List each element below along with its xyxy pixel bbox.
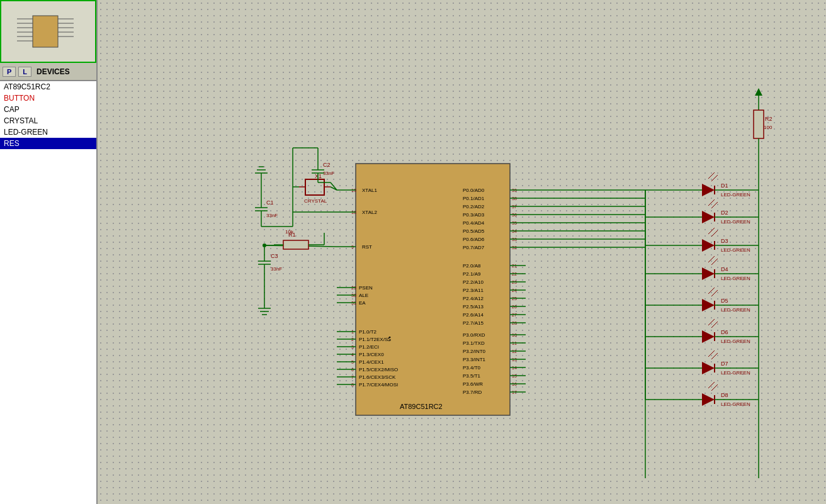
btn-l[interactable]: L [18, 67, 31, 77]
device-item-crystal[interactable]: CRYSTAL [0, 115, 96, 126]
svg-text:D4: D4 [721, 266, 728, 272]
svg-text:P3.5/T1: P3.5/T1 [463, 373, 481, 379]
svg-text:XTAL1: XTAL1 [362, 188, 377, 193]
svg-text:33nF: 33nF [266, 213, 278, 218]
svg-rect-0 [33, 16, 58, 47]
svg-text:XTAL2: XTAL2 [362, 210, 377, 215]
svg-text:P3.3/INT1: P3.3/INT1 [463, 357, 486, 362]
svg-text:C1: C1 [266, 199, 274, 206]
schematic-area[interactable]: AT89C51RC2 P1.0/T2 P1.1/T2EX/SS̄ P1.2/EC… [98, 0, 826, 504]
svg-text:P1.7/CEX4/MOSI: P1.7/CEX4/MOSI [359, 382, 398, 388]
device-item-button[interactable]: BUTTON [0, 92, 96, 104]
svg-text:P0.1/AD1: P0.1/AD1 [463, 196, 485, 201]
svg-text:P1.4/CEX1: P1.4/CEX1 [359, 359, 384, 365]
svg-text:D6: D6 [721, 329, 728, 335]
svg-text:C2: C2 [323, 162, 331, 168]
svg-text:P0.0/AD0: P0.0/AD0 [463, 188, 485, 193]
svg-text:LED-GREEN: LED-GREEN [721, 401, 750, 407]
devices-label: DEVICES [37, 67, 70, 76]
svg-text:P3.4/T0: P3.4/T0 [463, 365, 481, 371]
svg-text:D8: D8 [721, 392, 728, 398]
device-item-cap[interactable]: CAP [0, 104, 96, 115]
device-item-led[interactable]: LED-GREEN [0, 126, 96, 138]
svg-text:D5: D5 [721, 298, 728, 304]
svg-text:100: 100 [764, 125, 772, 130]
svg-text:P2.5/A13: P2.5/A13 [463, 304, 484, 310]
svg-text:LED-GREEN: LED-GREEN [721, 192, 750, 198]
device-item-res[interactable]: RES [0, 138, 96, 149]
svg-text:P0.4/AD4: P0.4/AD4 [463, 220, 485, 226]
svg-text:LED-GREEN: LED-GREEN [721, 219, 750, 225]
svg-text:P1.3/CEX0: P1.3/CEX0 [359, 352, 384, 357]
svg-text:33nF: 33nF [323, 171, 334, 176]
svg-text:P0.5/AD5: P0.5/AD5 [463, 228, 485, 234]
svg-text:P0.2/AD2: P0.2/AD2 [463, 204, 485, 210]
svg-text:EA: EA [359, 300, 366, 306]
schematic-canvas[interactable]: AT89C51RC2 P1.0/T2 P1.1/T2EX/SS̄ P1.2/EC… [98, 0, 826, 504]
svg-text:LED-GREEN: LED-GREEN [721, 339, 750, 344]
svg-text:P3.0/RXD: P3.0/RXD [463, 332, 485, 338]
svg-text:P0.3/AD3: P0.3/AD3 [463, 212, 485, 218]
device-item-at89[interactable]: AT89C51RC2 [0, 81, 96, 92]
svg-text:LED-GREEN: LED-GREEN [721, 307, 750, 313]
svg-text:P2.1/A9: P2.1/A9 [463, 271, 481, 277]
svg-text:P3.7/RD: P3.7/RD [463, 389, 482, 395]
svg-text:P1.2/ECI: P1.2/ECI [359, 344, 379, 350]
svg-text:P0.6/AD6: P0.6/AD6 [463, 237, 485, 242]
svg-text:P2.7/A15: P2.7/A15 [463, 320, 484, 326]
svg-text:P2.3/A11: P2.3/A11 [463, 288, 484, 293]
svg-text:10k: 10k [285, 229, 294, 235]
svg-text:RST: RST [362, 244, 372, 250]
svg-text:P3.2/INT0: P3.2/INT0 [463, 349, 486, 354]
svg-text:LED-GREEN: LED-GREEN [721, 247, 750, 253]
svg-text:D1: D1 [721, 182, 728, 189]
svg-rect-184 [754, 110, 764, 138]
svg-text:AT89C51RC2: AT89C51RC2 [400, 403, 443, 410]
svg-text:P2.4/A12: P2.4/A12 [463, 296, 484, 301]
svg-text:ALE: ALE [359, 293, 368, 298]
left-panel: P L DEVICES AT89C51RC2 BUTTON CAP CRYSTA… [0, 0, 98, 504]
preview-box [0, 0, 96, 63]
svg-text:D2: D2 [721, 210, 728, 216]
svg-text:33nF: 33nF [271, 266, 282, 272]
svg-text:P2.6/A14: P2.6/A14 [463, 312, 484, 318]
svg-text:P1.5/CEX2/MISO: P1.5/CEX2/MISO [359, 367, 398, 372]
svg-text:P3.6/WR: P3.6/WR [463, 381, 483, 387]
btn-p[interactable]: P [3, 67, 16, 77]
svg-text:P3.1/TXD: P3.1/TXD [463, 340, 485, 346]
svg-text:P1.1/T2EX/SS̄: P1.1/T2EX/SS̄ [359, 337, 391, 342]
svg-text:C3: C3 [271, 253, 278, 259]
svg-rect-175 [283, 240, 308, 249]
svg-text:LED-GREEN: LED-GREEN [721, 276, 750, 281]
svg-text:P0.7/AD7: P0.7/AD7 [463, 245, 485, 250]
svg-text:D7: D7 [721, 361, 728, 367]
svg-text:D3: D3 [721, 238, 728, 244]
svg-text:LED-GREEN: LED-GREEN [721, 370, 750, 376]
svg-text:R2: R2 [765, 116, 772, 122]
svg-text:P2.0/A8: P2.0/A8 [463, 263, 481, 269]
svg-text:CRYSTAL: CRYSTAL [304, 198, 327, 204]
svg-text:P1.0/T2: P1.0/T2 [359, 329, 377, 335]
devices-toolbar: P L DEVICES [0, 63, 96, 81]
svg-text:P1.6/CEX3/SCK: P1.6/CEX3/SCK [359, 374, 396, 380]
device-list: AT89C51RC2 BUTTON CAP CRYSTAL LED-GREEN … [0, 81, 96, 504]
svg-text:P2.2/A10: P2.2/A10 [463, 279, 484, 285]
svg-text:PSEN: PSEN [359, 285, 373, 291]
